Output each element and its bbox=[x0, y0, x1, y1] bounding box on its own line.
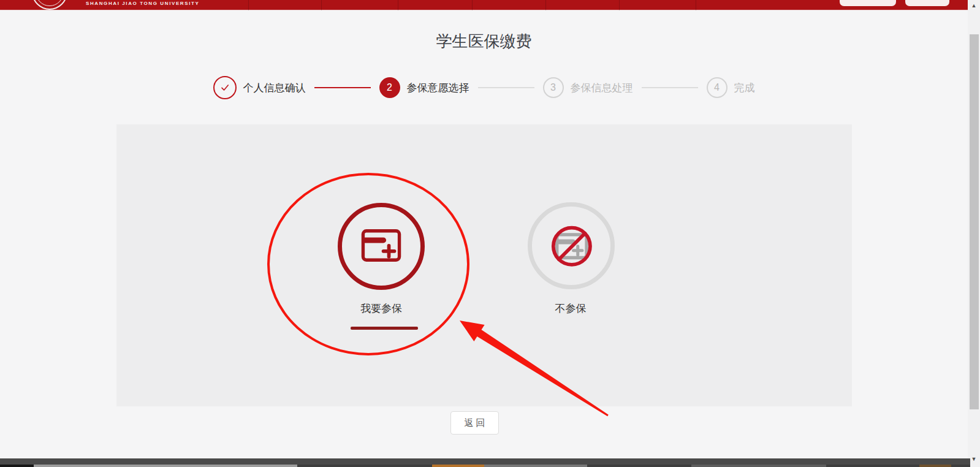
taskbar-segment bbox=[691, 465, 826, 467]
nav-divider bbox=[545, 0, 546, 10]
step-2-active: 2 参保意愿选择 bbox=[379, 77, 469, 98]
top-nav-bar: SHANGHAI JIAO TONG UNIVERSITY bbox=[0, 0, 968, 10]
down-arrow-icon: ▼ bbox=[971, 456, 977, 462]
step-3-circle: 3 bbox=[543, 77, 564, 98]
step-connector-3 bbox=[642, 87, 698, 88]
nav-divider bbox=[472, 0, 473, 10]
scroll-up-button[interactable]: ▲ bbox=[968, 1, 980, 10]
nav-divider bbox=[321, 0, 322, 10]
step-3-number: 3 bbox=[550, 82, 556, 93]
taskbar-segment bbox=[34, 465, 297, 467]
selected-option-underline bbox=[351, 327, 418, 330]
step-2-circle: 2 bbox=[379, 77, 400, 98]
check-icon bbox=[219, 82, 231, 94]
university-seal-icon[interactable] bbox=[32, 0, 67, 10]
scrollbar-thumb[interactable] bbox=[970, 34, 979, 409]
vertical-scrollbar[interactable]: ▲ ▼ bbox=[968, 0, 980, 467]
page-title: 学生医保缴费 bbox=[0, 31, 968, 52]
option-decline-label: 不参保 bbox=[509, 302, 632, 316]
up-arrow-icon: ▲ bbox=[971, 2, 977, 9]
taskbar-segment bbox=[484, 465, 587, 467]
step-4-circle: 4 bbox=[707, 77, 727, 98]
option-decline-button[interactable] bbox=[528, 202, 615, 289]
taskbar-edge bbox=[0, 465, 970, 467]
step-4-number: 4 bbox=[714, 82, 720, 93]
page: SHANGHAI JIAO TONG UNIVERSITY 学生医保缴费 个人信… bbox=[0, 0, 980, 467]
insurance-card-add-icon bbox=[355, 219, 408, 274]
university-seal-inner-ring bbox=[36, 0, 64, 6]
taskbar-segment bbox=[432, 465, 484, 467]
step-1-label: 个人信息确认 bbox=[243, 81, 306, 95]
step-2-number: 2 bbox=[387, 82, 392, 93]
step-1-completed: 个人信息确认 bbox=[213, 76, 306, 99]
insurance-card-no-icon bbox=[545, 218, 598, 273]
step-2-label: 参保意愿选择 bbox=[407, 81, 469, 95]
step-connector-2 bbox=[478, 87, 534, 88]
stepper: 个人信息确认 2 参保意愿选择 3 参保信息处理 4 完成 bbox=[0, 74, 968, 102]
header-action-button-left[interactable] bbox=[840, 0, 896, 6]
nav-divider bbox=[619, 0, 620, 10]
taskbar-segment bbox=[0, 465, 34, 467]
nav-divider bbox=[696, 0, 696, 10]
step-4-label: 完成 bbox=[734, 81, 755, 95]
university-name: SHANGHAI JIAO TONG UNIVERSITY bbox=[86, 1, 199, 6]
step-3-label: 参保信息处理 bbox=[571, 81, 633, 95]
nav-divider bbox=[398, 0, 398, 10]
header-action-button-right[interactable] bbox=[905, 0, 949, 6]
step-connector-1 bbox=[314, 87, 371, 88]
taskbar-segment bbox=[919, 465, 951, 467]
content-panel: 我要参保 不参保 bbox=[116, 124, 852, 406]
nav-divider bbox=[248, 0, 249, 10]
back-button[interactable]: 返 回 bbox=[450, 411, 499, 435]
option-enroll-label: 我要参保 bbox=[320, 302, 443, 316]
step-3-pending: 3 参保信息处理 bbox=[543, 77, 633, 98]
taskbar-strip bbox=[0, 458, 970, 465]
step-4-pending: 4 完成 bbox=[707, 77, 755, 98]
option-enroll-button[interactable] bbox=[338, 203, 425, 290]
step-1-circle bbox=[213, 76, 237, 99]
